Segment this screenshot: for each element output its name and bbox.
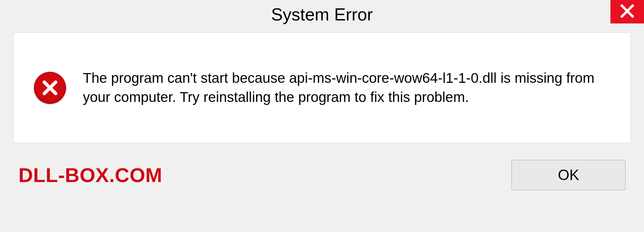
error-message: The program can't start because api-ms-w… — [83, 69, 617, 107]
close-button[interactable] — [610, 0, 644, 23]
dialog-footer: DLL-BOX.COM OK — [0, 143, 644, 190]
watermark-text: DLL-BOX.COM — [18, 164, 162, 187]
error-icon-wrap — [34, 72, 66, 104]
error-icon — [34, 72, 66, 104]
ok-button[interactable]: OK — [512, 160, 626, 190]
close-icon — [620, 4, 635, 20]
titlebar: System Error — [0, 0, 644, 28]
message-panel: The program can't start because api-ms-w… — [13, 33, 631, 143]
dialog-title: System Error — [271, 4, 373, 24]
